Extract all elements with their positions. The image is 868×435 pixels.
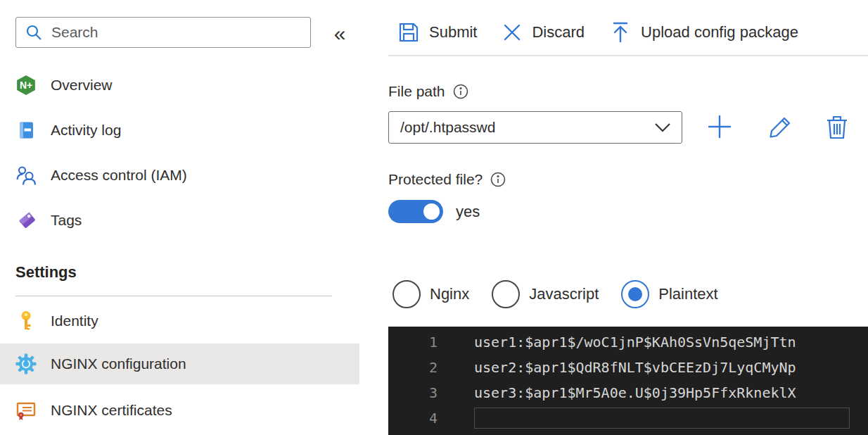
close-icon xyxy=(502,23,522,42)
sidebar-item-activity-log[interactable]: Activity log xyxy=(0,113,359,148)
nginx-plus-icon: N+ xyxy=(15,75,37,96)
protected-file-label: Protected file? xyxy=(388,171,483,188)
sidebar-item-label: Identity xyxy=(51,313,98,329)
search-icon xyxy=(25,23,43,42)
upload-icon xyxy=(610,21,631,44)
radio-circle xyxy=(492,280,520,308)
sidebar-item-label: Access control (IAM) xyxy=(51,167,187,184)
radio-circle xyxy=(621,280,649,308)
discard-label: Discard xyxy=(532,23,585,42)
plus-icon xyxy=(707,114,732,139)
book-icon xyxy=(15,120,37,141)
sidebar-item-nginx-configuration[interactable]: NGINX configuration xyxy=(0,343,359,384)
sidebar-item-tags[interactable]: Tags xyxy=(0,203,359,238)
chevron-down-icon xyxy=(655,123,670,132)
editor-line[interactable]: 1 user1:$apr1$/woC1jnP$KAh0SsVn5qeSMjTtn xyxy=(388,329,868,355)
save-icon xyxy=(398,22,419,43)
config-code-editor[interactable]: 1 user1:$apr1$/woC1jnP$KAh0SsVn5qeSMjTtn… xyxy=(388,327,868,435)
pencil-icon xyxy=(768,114,793,139)
svg-text:N+: N+ xyxy=(20,80,32,91)
submit-label: Submit xyxy=(429,23,477,42)
file-path-dropdown[interactable]: /opt/.htpasswd xyxy=(388,111,682,144)
certificate-icon xyxy=(15,400,37,421)
upload-config-package-button[interactable]: Upload config package xyxy=(610,21,798,44)
sidebar-item-nginx-certificates[interactable]: NGINX certificates xyxy=(0,393,359,428)
file-path-value: /opt/.htpasswd xyxy=(400,119,495,136)
sidebar-item-identity[interactable]: Identity xyxy=(0,303,359,339)
radio-plaintext[interactable]: Plaintext xyxy=(621,280,717,308)
search-input[interactable] xyxy=(51,24,302,41)
line-number: 4 xyxy=(388,410,438,427)
sidebar-item-overview[interactable]: N+ Overview xyxy=(0,68,359,103)
discard-button[interactable]: Discard xyxy=(502,23,585,42)
radio-nginx[interactable]: Nginx xyxy=(392,280,469,308)
editor-line[interactable]: 3 user3:$apr1$Mr5A0e.U$0j39Hp5FfxRkneklX xyxy=(388,380,868,405)
key-icon xyxy=(15,310,37,332)
info-icon[interactable] xyxy=(452,83,469,100)
sidebar-item-label: Overview xyxy=(51,77,113,94)
toolbar-divider xyxy=(388,55,868,56)
radio-label: Plaintext xyxy=(658,285,717,303)
radio-circle xyxy=(392,280,421,308)
search-box[interactable] xyxy=(15,17,311,48)
editor-line-current[interactable]: 4 xyxy=(388,405,868,431)
radio-label: Nginx xyxy=(430,285,469,303)
gear-icon xyxy=(15,353,37,374)
editor-line[interactable]: 2 user2:$apr1$QdR8fNLT$vbCEEzDj7LyqCMyNp xyxy=(388,355,868,380)
toggle-knob xyxy=(423,203,440,220)
line-number: 1 xyxy=(388,334,438,351)
info-icon[interactable] xyxy=(490,171,506,188)
collapse-sidebar-icon[interactable]: « xyxy=(325,20,355,48)
radio-label: Javascript xyxy=(529,285,599,303)
sidebar-item-label: NGINX configuration xyxy=(51,355,186,372)
settings-section-heading: Settings xyxy=(15,263,77,282)
syntax-radio-group: Nginx Javascript Plaintext xyxy=(392,280,718,308)
line-content[interactable]: user1:$apr1$/woC1jnP$KAh0SsVn5qeSMjTtn xyxy=(474,334,796,351)
file-path-label: File path xyxy=(388,83,445,100)
toggle-state-label: yes xyxy=(456,203,480,221)
sidebar-item-access-control[interactable]: Access control (IAM) xyxy=(0,158,359,193)
submit-button[interactable]: Submit xyxy=(398,22,477,43)
protected-file-label-row: Protected file? xyxy=(388,171,506,188)
line-number: 3 xyxy=(388,384,438,401)
delete-file-button[interactable] xyxy=(822,111,853,142)
line-content[interactable]: user3:$apr1$Mr5A0e.U$0j39Hp5FfxRkneklX xyxy=(474,384,796,401)
current-line-highlight[interactable] xyxy=(474,408,850,429)
sidebar-item-label: NGINX certificates xyxy=(51,402,172,419)
file-path-label-row: File path xyxy=(388,83,469,100)
sidebar-item-label: Activity log xyxy=(51,122,121,139)
trash-icon xyxy=(825,114,849,139)
sidebar: « N+ Overview Activity log xyxy=(0,0,359,435)
tag-icon xyxy=(15,210,37,231)
line-number: 2 xyxy=(388,359,438,376)
settings-divider xyxy=(15,296,332,296)
edit-file-button[interactable] xyxy=(765,111,796,142)
people-icon xyxy=(15,165,37,186)
sidebar-item-label: Tags xyxy=(51,212,82,229)
radio-javascript[interactable]: Javascript xyxy=(492,280,599,308)
protected-file-toggle[interactable] xyxy=(388,200,443,223)
upload-label: Upload config package xyxy=(641,23,798,42)
command-bar: Submit Discard Upload config package xyxy=(398,17,798,48)
line-content[interactable]: user2:$apr1$QdR8fNLT$vbCEEzDj7LyqCMyNp xyxy=(474,359,796,376)
add-file-button[interactable] xyxy=(704,111,735,142)
